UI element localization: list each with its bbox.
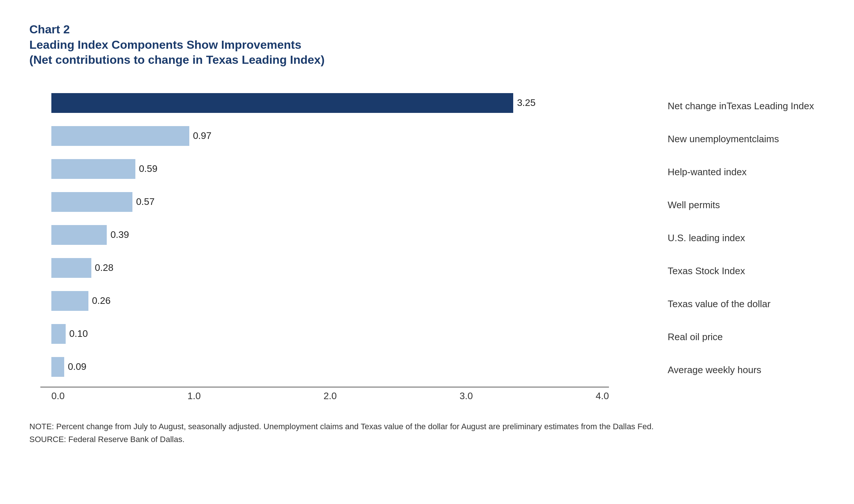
bar-row: 0.28 <box>51 255 609 281</box>
note-section: NOTE: Percent change from July to August… <box>29 420 825 446</box>
bar-row: 0.59 <box>51 156 609 182</box>
x-axis-label: 1.0 <box>187 390 201 402</box>
bar-2 <box>51 159 135 179</box>
note-text: NOTE: Percent change from July to August… <box>29 420 825 433</box>
bar-value-1: 0.97 <box>193 130 212 141</box>
title-line1: Chart 2 <box>29 22 825 37</box>
bar-3 <box>51 192 132 212</box>
bar-4 <box>51 225 107 245</box>
chart-title: Chart 2 Leading Index Components Show Im… <box>29 22 825 68</box>
bar-5 <box>51 258 91 278</box>
bar-value-0: 3.25 <box>517 97 536 108</box>
bar-label-4: U.S. leading index <box>668 222 825 255</box>
bar-value-8: 0.09 <box>68 361 87 372</box>
bar-label-5: Texas Stock Index <box>668 255 825 288</box>
bar-label-6: Texas value of the dollar <box>668 288 825 321</box>
x-axis-label: 3.0 <box>460 390 473 402</box>
bar-row: 0.26 <box>51 288 609 314</box>
title-line3: (Net contributions to change in Texas Le… <box>29 52 825 68</box>
x-axis-label: 4.0 <box>596 390 609 402</box>
x-axis-label: 0.0 <box>51 390 65 402</box>
bar-label-2: Help-wanted index <box>668 156 825 189</box>
bar-label-1: New unemploymentclaims <box>668 123 825 156</box>
bar-value-3: 0.57 <box>136 196 155 207</box>
bar-row: 0.57 <box>51 189 609 215</box>
bar-value-4: 0.39 <box>110 229 129 240</box>
bar-row: 3.25 <box>51 90 609 116</box>
title-line2: Leading Index Components Show Improvemen… <box>29 37 825 53</box>
x-axis-labels: 0.01.02.03.04.0 <box>40 390 609 402</box>
bar-label-7: Real oil price <box>668 321 825 354</box>
bar-6 <box>51 291 88 311</box>
bar-label-3: Well permits <box>668 189 825 222</box>
bar-1 <box>51 126 189 146</box>
bar-0 <box>51 93 513 113</box>
bar-value-6: 0.26 <box>92 295 111 306</box>
chart-plot: 3.250.970.590.570.390.280.260.100.09 0.0… <box>40 90 609 402</box>
bar-row: 0.10 <box>51 321 609 347</box>
bar-7 <box>51 324 66 344</box>
source-text: SOURCE: Federal Reserve Bank of Dallas. <box>29 433 825 446</box>
bar-row: 0.09 <box>51 354 609 380</box>
page-container: Chart 2 Leading Index Components Show Im… <box>29 22 825 446</box>
bar-label-8: Average weekly hours <box>668 354 825 387</box>
x-axis-line <box>40 387 609 387</box>
x-axis-label: 2.0 <box>324 390 337 402</box>
chart-area: 3.250.970.590.570.390.280.260.100.09 0.0… <box>29 90 825 402</box>
bar-label-0: Net change inTexas Leading Index <box>668 90 825 123</box>
bar-value-7: 0.10 <box>69 328 88 339</box>
bar-value-2: 0.59 <box>139 163 158 174</box>
bar-value-5: 0.28 <box>95 262 114 273</box>
chart-main: 3.250.970.590.570.390.280.260.100.09 0.0… <box>29 90 653 402</box>
labels-panel: Net change inTexas Leading IndexNew unem… <box>653 90 825 387</box>
bar-row: 0.97 <box>51 123 609 149</box>
bar-8 <box>51 357 64 377</box>
bar-row: 0.39 <box>51 222 609 248</box>
bars-container: 3.250.970.590.570.390.280.260.100.09 <box>40 90 609 380</box>
